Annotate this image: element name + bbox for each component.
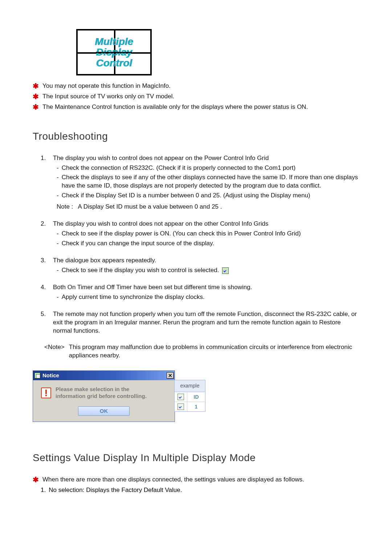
settings-section: Settings Value Display In Multiple Displ… <box>33 451 359 495</box>
item-number: 1. <box>41 154 49 212</box>
item-sub: - Check to see if the display you wish t… <box>57 266 359 275</box>
item-sub-text: Check to see if the display power is ON.… <box>62 230 301 238</box>
dash-icon: - <box>57 230 59 238</box>
item-body: The dialogue box appears repeatedly. - C… <box>53 257 359 275</box>
close-icon[interactable]: ✕ <box>167 372 174 379</box>
item-number: 4. <box>41 283 49 301</box>
dash-icon: - <box>57 266 59 275</box>
item-title: Both On Timer and Off Timer have been se… <box>53 283 359 292</box>
troubleshooting-item: 3. The dialogue box appears repeatedly. … <box>41 257 359 275</box>
multiple-display-control-logo: Multiple Display Control <box>76 29 152 75</box>
notice-titlebar: Notice ✕ <box>33 371 175 380</box>
star-icon: ✱ <box>33 82 39 90</box>
troubleshooting-item: 5. The remote may not function properly … <box>41 310 359 335</box>
item-sub: -Check the connection of RS232C. (Check … <box>57 164 359 172</box>
logo-container: Multiple Display Control <box>76 29 359 75</box>
example-data-row: 1 <box>175 402 205 411</box>
star-icon: ✱ <box>33 93 39 100</box>
logo-text: Multiple Display Control <box>95 36 133 68</box>
settings-note-text: When there are more than one displays co… <box>42 476 304 484</box>
notice-title-text: Notice <box>42 372 59 379</box>
example-header-id-cell: ID <box>187 394 205 401</box>
item-body: Both On Timer and Off Timer have been se… <box>53 283 359 301</box>
troubleshooting-list: 1. The display you wish to control does … <box>33 154 359 360</box>
item-sub-text: Apply current time to synchronize the di… <box>62 293 205 301</box>
item-text: No selection: Displays the Factory Defau… <box>49 486 182 495</box>
item-title: The remote may not function properly whe… <box>53 310 359 335</box>
item-number: 5. <box>41 310 49 335</box>
dash-icon: - <box>57 173 59 190</box>
item-sub-text: Check to see if the display you wish to … <box>62 267 219 274</box>
dash-icon: - <box>57 164 59 172</box>
example-data-id-cell: 1 <box>187 403 205 410</box>
top-notes-list: ✱ You may not operate this function in M… <box>33 82 359 111</box>
item-number: 2. <box>41 220 49 248</box>
troubleshooting-item: 4. Both On Timer and Off Timer have been… <box>41 283 359 301</box>
item-sub: -Check the displays to see if any of the… <box>57 173 359 190</box>
checkbox-icon <box>177 394 184 400</box>
ok-button[interactable]: OK <box>78 406 130 416</box>
notice-message-line-2: information grid before controlling. <box>56 393 147 399</box>
item-title: The display you wish to control does not… <box>53 220 359 228</box>
settings-notes-list: ✱ When there are more than one displays … <box>33 476 359 484</box>
star-icon: ✱ <box>33 103 39 111</box>
item-sub: -Check if the Display Set ID is a number… <box>57 192 359 200</box>
troubleshooting-heading: Troubleshooting <box>33 130 359 143</box>
global-note: <Note> This program may malfunction due … <box>44 343 359 360</box>
notice-dialog: Notice ✕ Please make selection in the in… <box>33 370 175 422</box>
dash-icon: - <box>57 293 59 301</box>
top-note-item: ✱ You may not operate this function in M… <box>33 82 359 90</box>
top-note-text: The Maintenance Control function is avai… <box>42 103 308 111</box>
top-note-item: ✱ The Input source of TV works only on T… <box>33 93 359 101</box>
note-text: A Display Set ID must be a value between… <box>78 203 222 210</box>
example-data-check-cell <box>175 402 187 411</box>
item-body: The display you wish to control does not… <box>53 154 359 212</box>
document-page: Multiple Display Control ✱ You may not o… <box>0 0 392 516</box>
logo-line-3: Control <box>96 57 132 69</box>
example-header: example <box>175 380 205 392</box>
item-number: 1. <box>41 486 46 495</box>
settings-heading: Settings Value Display In Multiple Displ… <box>33 451 359 465</box>
example-panel: example ID 1 <box>174 380 205 412</box>
notice-body: Please make selection in the information… <box>33 380 175 403</box>
dash-icon: - <box>57 239 59 248</box>
item-sub-text: Check if you can change the input source… <box>62 239 214 248</box>
item-title: The display you wish to control does not… <box>53 154 359 163</box>
logo-line-1: Multiple <box>95 36 133 47</box>
example-header-check-cell <box>175 392 187 402</box>
item-title: The dialogue box appears repeatedly. <box>53 257 359 265</box>
note-label: Note : <box>57 203 73 210</box>
item-sub: -Check if you can change the input sourc… <box>57 239 359 248</box>
settings-list: 1. No selection: Displays the Factory De… <box>34 486 359 495</box>
example-header-row: ID <box>175 392 205 402</box>
global-note-label: <Note> <box>44 343 65 360</box>
item-sub-text: Check if the Display Set ID is a number … <box>62 192 310 200</box>
window-icon <box>34 373 40 378</box>
troubleshooting-item: 1. The display you wish to control does … <box>41 154 359 212</box>
item-number: 3. <box>41 257 49 275</box>
logo-line-2: Display <box>96 46 132 58</box>
notice-message: Please make selection in the information… <box>56 386 147 400</box>
troubleshooting-item: 2. The display you wish to control does … <box>41 220 359 248</box>
dash-icon: - <box>57 192 59 200</box>
global-note-text: This program may malfunction due to prob… <box>69 343 359 360</box>
notice-message-line-1: Please make selection in the <box>56 386 129 392</box>
top-note-item: ✱ The Maintenance Control function is av… <box>33 103 359 111</box>
item-inline-note: Note : A Display Set ID must be a value … <box>57 203 359 211</box>
top-note-text: You may not operate this function in Mag… <box>42 82 171 90</box>
item-sub-text: Check the displays to see if any of the … <box>62 173 359 190</box>
notice-ok-row: OK <box>33 403 175 422</box>
checkbox-icon <box>177 403 184 410</box>
item-sub: -Check to see if the display power is ON… <box>57 230 359 238</box>
notice-title-left: Notice <box>34 372 59 379</box>
settings-list-item: 1. No selection: Displays the Factory De… <box>41 486 359 495</box>
checkbox-icon <box>222 267 229 274</box>
top-note-text: The Input source of TV works only on TV … <box>42 93 174 101</box>
item-body: The display you wish to control does not… <box>53 220 359 248</box>
warning-icon <box>41 387 51 398</box>
item-sub: -Apply current time to synchronize the d… <box>57 293 359 301</box>
item-sub-text: Check the connection of RS232C. (Check i… <box>62 164 295 172</box>
item-body: The remote may not function properly whe… <box>53 310 359 335</box>
notice-and-example-row: Notice ✕ Please make selection in the in… <box>33 370 359 422</box>
star-icon: ✱ <box>33 476 39 483</box>
